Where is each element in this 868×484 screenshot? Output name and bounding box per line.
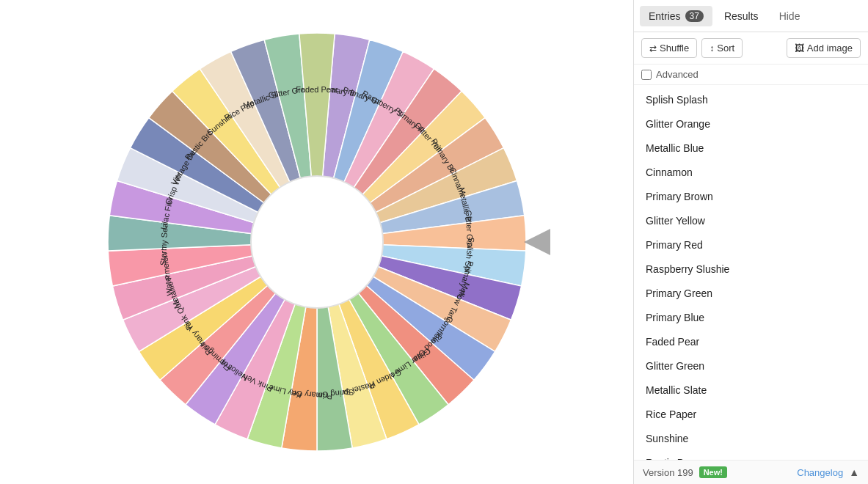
sort-label: Sort [717,43,734,54]
list-item[interactable]: Faded Pear [634,330,868,354]
list-item[interactable]: Glitter Orange [634,112,868,136]
tab-hide[interactable]: Hide [770,6,809,26]
shuffle-label: Shuffle [660,43,689,54]
list-item[interactable]: Primary Brown [634,185,868,209]
list-item[interactable]: Glitter Yellow [634,209,868,233]
list-item[interactable]: Rice Paper [634,403,868,427]
list-item[interactable]: Raspberry Slushie [634,257,868,282]
right-panel: Entries 37 Results Hide ⇄ Shuffle ↕ Sort… [633,0,868,484]
tabs-bar: Entries 37 Results Hide [634,0,868,32]
wheel-container[interactable] [97,22,537,462]
list-item[interactable]: Rustic Brown [634,451,868,460]
list-item[interactable]: Splish Splash [634,88,868,112]
list-item[interactable]: Glitter Green [634,354,868,378]
add-image-icon: 🖼 [795,43,804,54]
list-item[interactable]: Cinnamon [634,161,868,185]
sort-button[interactable]: ↕ Sort [701,38,743,58]
tab-entries-label: Entries [649,10,681,22]
list-item[interactable]: Primary Red [634,233,868,257]
version-text: Version 199 [643,467,693,478]
spin-wheel[interactable] [97,22,537,462]
add-image-label: Add image [807,43,853,54]
tab-hide-label: Hide [779,10,800,22]
list-item[interactable]: Metallic Slate [634,378,868,403]
sort-icon: ↕ [710,43,714,54]
tab-entries[interactable]: Entries 37 [640,6,712,26]
shuffle-button[interactable]: ⇄ Shuffle [641,38,697,58]
wheel-panel [0,0,633,484]
toolbar: ⇄ Shuffle ↕ Sort 🖼 Add image [634,32,868,65]
advanced-row: Advanced [634,65,868,85]
advanced-label: Advanced [656,69,699,80]
list-item[interactable]: Primary Green [634,282,868,306]
new-badge: New! [699,466,727,478]
up-arrow-icon[interactable]: ▲ [849,466,859,478]
shuffle-icon: ⇄ [649,43,657,54]
tab-results[interactable]: Results [715,6,767,26]
add-image-button[interactable]: 🖼 Add image [787,38,861,58]
list-item[interactable]: Primary Blue [634,306,868,330]
version-bar: Version 199 New! Changelog ▲ [634,460,868,484]
entries-badge: 37 [685,10,704,22]
list-item[interactable]: Sunshine [634,427,868,451]
entries-list[interactable]: Splish SplashGlitter OrangeMetallic Blue… [634,85,868,460]
tab-results-label: Results [724,10,759,22]
advanced-checkbox[interactable] [641,70,652,80]
changelog-link[interactable]: Changelog [797,467,843,478]
wheel-pointer [524,229,550,255]
list-item[interactable]: Metallic Blue [634,136,868,161]
